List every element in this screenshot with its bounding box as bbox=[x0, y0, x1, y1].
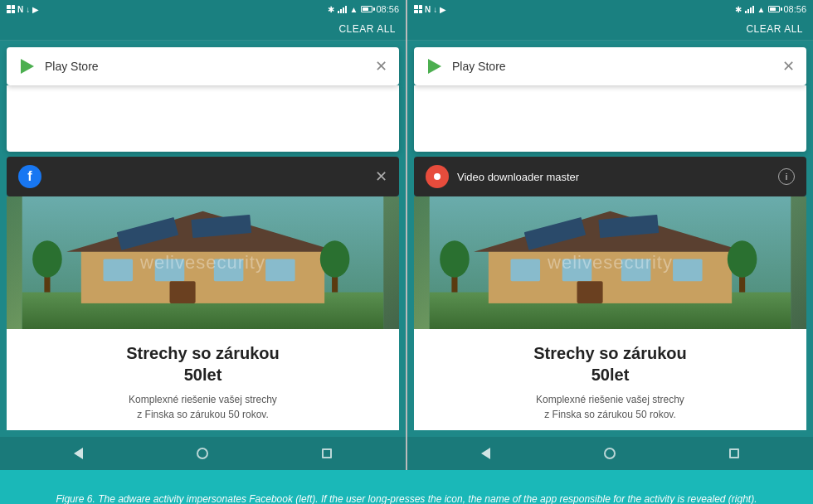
status-bar-right: N ↓ ▶ ✱ ▲ 08:56 bbox=[407, 0, 813, 18]
wifi-icon-left: ▲ bbox=[350, 5, 358, 14]
battery-icon-left bbox=[361, 6, 372, 12]
video-downloader-title-right: Video downloader master bbox=[457, 171, 579, 183]
video-downloader-notification-right[interactable]: Video downloader master i bbox=[414, 157, 806, 196]
arrow-down-icon: ↓ bbox=[26, 5, 30, 14]
svg-point-31 bbox=[728, 240, 757, 277]
app-notif-left-fb: f bbox=[18, 165, 41, 188]
recent-button-right[interactable] bbox=[729, 448, 739, 458]
n-icon: N bbox=[17, 5, 23, 14]
notification-left-right: Play Store bbox=[426, 57, 506, 75]
back-button-left[interactable] bbox=[74, 448, 83, 459]
play-small-icon-right: ▶ bbox=[440, 5, 446, 14]
signal-bar-r1 bbox=[745, 11, 747, 13]
svg-rect-5 bbox=[104, 259, 134, 282]
signal-bar-r4 bbox=[752, 6, 754, 13]
ad-text-area-left: Strechy so zárukou 50let Komplexné rieše… bbox=[7, 329, 399, 430]
playstore-notification-right[interactable]: Play Store ✕ bbox=[414, 47, 806, 85]
info-button-right[interactable]: i bbox=[778, 168, 795, 185]
battery-fill bbox=[363, 7, 368, 11]
status-icons-right: N ↓ ▶ bbox=[414, 5, 446, 14]
grid-icon bbox=[7, 5, 15, 13]
svg-rect-7 bbox=[214, 259, 244, 282]
recent-button-left[interactable] bbox=[322, 448, 332, 458]
clear-all-button-right[interactable]: CLEAR ALL bbox=[746, 23, 803, 35]
playstore-title-right: Play Store bbox=[452, 60, 506, 73]
facebook-notification-left[interactable]: f ✕ bbox=[7, 157, 399, 196]
signal-bar-1 bbox=[338, 11, 339, 13]
clear-all-bar-right[interactable]: CLEAR ALL bbox=[407, 18, 813, 41]
ad-image-left: welivesecurity bbox=[7, 196, 399, 329]
battery-icon-right bbox=[768, 6, 780, 12]
record-dot-icon bbox=[434, 173, 441, 180]
nav-bar-right bbox=[407, 437, 813, 470]
app-notif-right-vd: i bbox=[778, 168, 795, 185]
svg-marker-16 bbox=[428, 59, 441, 74]
svg-rect-9 bbox=[170, 281, 196, 303]
house-svg-right bbox=[414, 196, 806, 329]
svg-rect-24 bbox=[673, 259, 703, 282]
notifications-area-right: Play Store ✕ Video downloader master i bbox=[407, 41, 813, 437]
notifications-area-left: Play Store ✕ f ✕ bbox=[0, 41, 406, 437]
svg-point-13 bbox=[32, 240, 62, 277]
facebook-icon-left: f bbox=[18, 165, 41, 188]
status-bar-left: N ↓ ▶ ✱ ▲ 08:56 bbox=[0, 0, 406, 18]
house-svg-left bbox=[7, 196, 399, 329]
play-small-icon: ▶ bbox=[32, 5, 39, 14]
close-playstore-right[interactable]: ✕ bbox=[782, 59, 795, 74]
home-button-left[interactable] bbox=[197, 448, 208, 459]
ad-subtext-left: Komplexné riešenie vašej strechy z Finsk… bbox=[17, 392, 389, 422]
svg-rect-23 bbox=[621, 259, 651, 282]
notification-left-left: Play Store bbox=[18, 57, 99, 75]
phone-panel-right: N ↓ ▶ ✱ ▲ 08:56 CLEAR ALL bbox=[406, 0, 813, 470]
ad-headline-left: Strechy so zárukou 50let bbox=[17, 342, 389, 385]
close-facebook-left[interactable]: ✕ bbox=[375, 169, 387, 184]
phone-panel-left: N ↓ ▶ ✱ ▲ 08:56 CLEAR ALL bbox=[0, 0, 406, 470]
status-right-right: ✱ ▲ 08:56 bbox=[735, 4, 806, 14]
svg-marker-0 bbox=[21, 59, 34, 74]
grid-icon-right bbox=[414, 5, 422, 13]
svg-rect-8 bbox=[265, 259, 295, 282]
clear-all-button-left[interactable]: CLEAR ALL bbox=[338, 23, 396, 35]
notification-card-body-left bbox=[7, 85, 399, 152]
bluetooth-icon: ✱ bbox=[328, 5, 334, 14]
app-notif-left-vd: Video downloader master bbox=[426, 165, 579, 188]
signal-bar-4 bbox=[345, 6, 347, 13]
n-icon-right: N bbox=[425, 5, 431, 14]
playstore-title-left: Play Store bbox=[45, 60, 99, 73]
svg-rect-6 bbox=[155, 259, 185, 282]
nav-bar-left bbox=[0, 437, 406, 470]
svg-point-29 bbox=[440, 240, 470, 277]
back-button-right[interactable] bbox=[481, 448, 490, 459]
home-button-right[interactable] bbox=[604, 448, 616, 459]
signal-bars-right bbox=[745, 5, 754, 13]
signal-bar-2 bbox=[340, 9, 342, 13]
svg-rect-25 bbox=[577, 281, 603, 303]
playstore-icon-right bbox=[426, 57, 444, 75]
ad-text-area-right: Strechy so zárukou 50let Komplexné rieše… bbox=[414, 329, 806, 430]
signal-bars-left bbox=[338, 5, 347, 13]
status-time-right: 08:56 bbox=[783, 4, 806, 14]
battery-fill-right bbox=[770, 7, 776, 11]
playstore-notification-left[interactable]: Play Store ✕ bbox=[7, 47, 399, 85]
status-right-left: ✱ ▲ 08:56 bbox=[328, 4, 399, 14]
svg-rect-21 bbox=[511, 259, 541, 282]
ad-subtext-right: Komplexné riešenie vašej strechy z Finsk… bbox=[424, 392, 796, 422]
arrow-down-icon-right: ↓ bbox=[433, 5, 437, 14]
svg-point-15 bbox=[320, 240, 350, 277]
ad-headline-right: Strechy so zárukou 50let bbox=[424, 342, 796, 385]
signal-bar-3 bbox=[343, 7, 344, 13]
caption-text: Figure 6. The adware activity impersonat… bbox=[56, 492, 757, 504]
ad-image-right: welivesecurity bbox=[414, 196, 806, 329]
signal-bar-r2 bbox=[747, 9, 749, 13]
signal-bar-r3 bbox=[750, 7, 752, 13]
status-icons-left: N ↓ ▶ bbox=[7, 5, 39, 14]
status-time-left: 08:56 bbox=[376, 4, 399, 14]
close-playstore-left[interactable]: ✕ bbox=[375, 59, 387, 74]
video-downloader-icon-right bbox=[426, 165, 449, 188]
caption-bar: Figure 6. The adware activity impersonat… bbox=[0, 470, 813, 504]
playstore-icon-left bbox=[18, 57, 37, 75]
notification-card-body-right bbox=[414, 85, 806, 152]
wifi-icon-right: ▲ bbox=[757, 5, 766, 14]
clear-all-bar-left[interactable]: CLEAR ALL bbox=[0, 18, 406, 41]
svg-rect-22 bbox=[562, 259, 592, 282]
